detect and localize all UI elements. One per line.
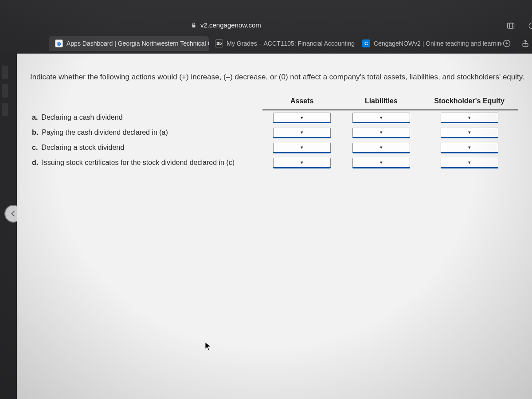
dropdown-assets-d[interactable] <box>273 158 331 168</box>
page-body: Indicate whether the following actions w… <box>17 53 532 399</box>
tab-label: My Grades – ACCT1105: Financial Accounti… <box>227 40 356 47</box>
url-text: v2.cengagenow.com <box>200 21 261 29</box>
row-text: Declaring a stock dividend <box>41 144 124 151</box>
address-bar[interactable]: v2.cengagenow.com <box>191 21 261 29</box>
favicon-c-icon: C <box>362 39 370 47</box>
cutoff-stub <box>2 66 8 79</box>
table-row: b.Paying the cash dividend declared in (… <box>30 125 518 140</box>
dropdown-equity-b[interactable] <box>441 128 498 137</box>
dropdown-liab-a[interactable] <box>352 113 410 122</box>
cutoff-stub <box>2 84 8 98</box>
browser-chrome: v2.cengagenow.com ◎ Apps Dashboard | Geo… <box>0 0 532 53</box>
tab-apps-dashboard[interactable]: ◎ Apps Dashboard | Georgia Northwestern … <box>49 36 209 51</box>
download-icon[interactable] <box>502 39 511 48</box>
favicon-o-icon: ◎ <box>55 39 63 47</box>
row-label: b. <box>32 129 38 136</box>
header-spacer <box>30 94 262 110</box>
dropdown-liab-d[interactable] <box>352 158 410 168</box>
tab-my-grades[interactable]: Bb My Grades – ACCT1105: Financial Accou… <box>209 36 356 51</box>
row-text: Issuing stock certificates for the stock… <box>42 159 235 166</box>
dropdown-assets-a[interactable] <box>273 113 331 122</box>
chevron-left-icon <box>9 209 18 218</box>
question-prompt: Indicate whether the following actions w… <box>30 71 532 83</box>
col-equity: Stockholder's Equity <box>421 94 518 110</box>
row-label: d. <box>32 159 38 166</box>
share-icon[interactable] <box>521 39 530 48</box>
svg-rect-1 <box>510 23 514 28</box>
tab-label: Apps Dashboard | Georgia Northwestern Te… <box>66 40 209 47</box>
table-row: c.Declaring a stock dividend <box>30 140 518 155</box>
dropdown-equity-c[interactable] <box>441 143 498 153</box>
row-text: Paying the cash dividend declared in (a) <box>42 129 168 136</box>
svg-rect-0 <box>508 23 513 28</box>
dropdown-assets-b[interactable] <box>273 128 331 137</box>
table-row: a.Declaring a cash dividend <box>30 110 518 125</box>
row-text: Declaring a cash dividend <box>41 113 122 121</box>
lock-icon <box>191 22 197 28</box>
dropdown-liab-c[interactable] <box>352 143 410 153</box>
table-row: d.Issuing stock certificates for the sto… <box>30 155 518 170</box>
col-liabilities: Liabilities <box>341 94 421 110</box>
tab-strip: ◎ Apps Dashboard | Georgia Northwestern … <box>49 35 532 52</box>
row-label: c. <box>32 144 38 151</box>
tab-label: CengageNOWv2 | Online teaching and learn… <box>374 40 502 47</box>
left-edge-cutoff <box>0 0 17 399</box>
dropdown-equity-a[interactable] <box>441 113 498 122</box>
dropdown-equity-d[interactable] <box>441 158 498 168</box>
dropdown-assets-c[interactable] <box>273 143 331 153</box>
question-table: Assets Liabilities Stockholder's Equity … <box>30 94 518 170</box>
col-assets: Assets <box>262 94 342 110</box>
favicon-bb-icon: Bb <box>215 39 223 47</box>
mouse-cursor-icon <box>205 342 211 351</box>
dropdown-liab-b[interactable] <box>352 128 410 137</box>
cutoff-stub <box>2 103 8 116</box>
reader-icon[interactable] <box>506 21 515 30</box>
row-label: a. <box>32 113 38 121</box>
refresh-icon[interactable] <box>528 21 532 30</box>
tab-cengagenow[interactable]: C CengageNOWv2 | Online teaching and lea… <box>356 36 502 51</box>
toolbar-reader-refresh <box>506 21 532 30</box>
